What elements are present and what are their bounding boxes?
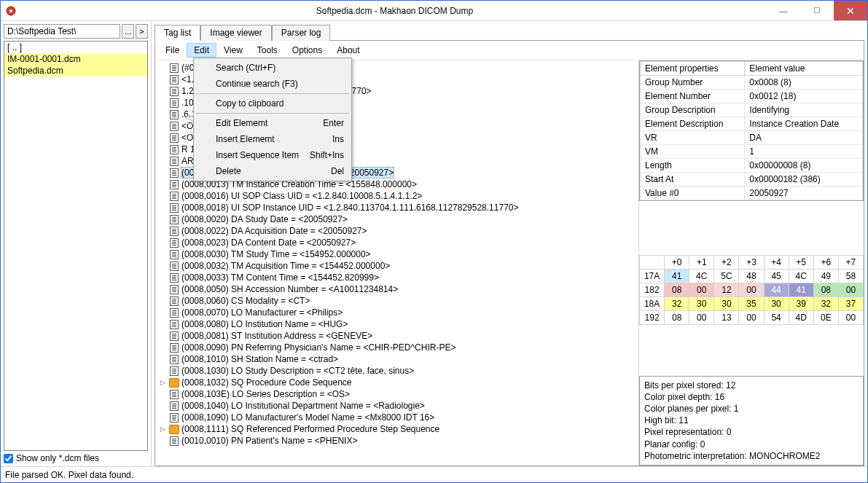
document-icon — [170, 366, 179, 376]
file-list[interactable]: [ .. ] IM-0001-0001.dcm Softpedia.dcm — [4, 41, 148, 451]
tree-row[interactable]: (0008,0081) ST Institution Address = <GE… — [155, 330, 638, 342]
tree-row[interactable]: (0008,0023) DA Content Date = <20050927> — [155, 237, 638, 248]
menubar: File Edit View Tools Options About Searc… — [155, 41, 864, 60]
minimize-button[interactable]: — — [767, 1, 800, 20]
hex-cell: 39 — [789, 297, 813, 310]
tree-row-text: (0008,0022) DA Acquisition Date = <20050… — [181, 226, 367, 236]
prop-cell: Instance Creation Date — [745, 117, 863, 131]
document-icon — [170, 436, 179, 446]
tree-row[interactable]: ▷(0008,1032) SQ Procedure Code Sequence — [155, 377, 638, 388]
tree-row[interactable]: (0008,0032) TM Acquisition Time = <15445… — [155, 260, 638, 272]
menu-tools[interactable]: Tools — [250, 43, 285, 58]
edit-menu-item[interactable]: Edit ElememtEnter — [195, 115, 350, 131]
hex-col-header: +1 — [689, 255, 714, 269]
info-line: Planar config: 0 — [644, 439, 859, 450]
app-icon — [5, 5, 17, 17]
hex-cell: 08 — [665, 310, 689, 324]
prop-cell: Identifying — [745, 103, 863, 117]
hex-col-header: +7 — [838, 255, 863, 269]
tree-row[interactable]: (0008,0090) PN Referring Physician's Nam… — [155, 342, 638, 353]
edit-menu-item[interactable]: Insert ElememtIns — [195, 131, 350, 147]
file-item[interactable]: Softpedia.dcm — [4, 65, 147, 76]
edit-menu-item[interactable]: DeleteDel — [195, 163, 350, 179]
prop-cell: 1 — [745, 145, 863, 159]
prop-cell: Element Description — [641, 117, 745, 131]
edit-menu-item[interactable]: Search (Ctrl+F) — [195, 60, 350, 76]
tab-bar: Tag list Image viewer Parser log — [155, 24, 864, 41]
edit-menu-item[interactable]: Insert Sequence ItemShift+Ins — [195, 147, 350, 163]
maximize-button[interactable]: ☐ — [800, 1, 834, 20]
prop-cell: 0x0008 (8) — [745, 76, 863, 90]
info-line: Color pixel depth: 16 — [644, 391, 859, 403]
tree-row-text: (0008,103E) LO Series Description = <OS> — [181, 389, 350, 399]
document-icon — [170, 227, 179, 236]
hex-cell: 44 — [764, 283, 789, 297]
tree-row[interactable]: (0008,1010) SH Station Name = <ctrad> — [155, 353, 638, 365]
right-panel: Element propertiesElement value Group Nu… — [638, 60, 864, 466]
hex-cell: 5C — [714, 269, 739, 283]
tab-tag-list[interactable]: Tag list — [155, 25, 200, 41]
file-item[interactable]: [ .. ] — [4, 42, 147, 53]
menu-options[interactable]: Options — [285, 43, 329, 58]
close-button[interactable]: ✕ — [834, 1, 867, 20]
app-window: Softpedia.dcm - Makhaon DICOM Dump — ☐ ✕… — [0, 0, 868, 483]
document-icon — [170, 308, 179, 318]
path-input[interactable] — [4, 24, 120, 39]
document-icon — [170, 401, 179, 411]
tree-row[interactable]: (0008,0080) LO Institution Name = <HUG> — [155, 318, 638, 330]
file-item[interactable]: IM-0001-0001.dcm — [4, 53, 147, 65]
document-icon — [170, 320, 179, 329]
tree-row[interactable]: (0008,1040) LO Institutional Department … — [155, 400, 638, 412]
hex-cell: 58 — [838, 269, 863, 283]
tree-row-text: (0008,0018) UI SOP Instance UID = <1.2.8… — [181, 203, 518, 213]
tree-row[interactable]: (0010,0010) PN Patient's Name = <PHENIX> — [155, 435, 638, 447]
hex-cell: 54 — [764, 310, 789, 324]
tree-row[interactable]: (0008,103E) LO Series Description = <OS> — [155, 388, 638, 400]
document-icon — [170, 262, 179, 271]
tree-row[interactable]: (0008,0020) DA Study Date = <20050927> — [155, 213, 638, 225]
edit-menu-item[interactable]: Continue search (F3) — [195, 76, 350, 92]
tree-row-text: (0008,0050) SH Accession Number = <A1001… — [181, 284, 398, 294]
menu-edit[interactable]: Edit — [187, 43, 216, 58]
document-icon — [170, 285, 179, 294]
sequence-icon — [169, 378, 179, 388]
tree-row[interactable]: (0008,0060) CS Modality = <CT> — [155, 295, 638, 307]
tree-row-text: (0008,1030) LO Study Description = <CT2 … — [181, 366, 414, 376]
prop-cell: Start At — [641, 173, 745, 186]
edit-menu-item[interactable]: Copy to clipboard — [195, 95, 350, 111]
tree-row-text: (0008,0032) TM Acquisition Time = <15445… — [181, 261, 390, 271]
tree-row[interactable]: (0008,0022) DA Acquisition Date = <20050… — [155, 225, 638, 237]
path-browse-button[interactable]: ... — [122, 24, 134, 39]
path-go-button[interactable]: > — [136, 24, 148, 39]
tree-row[interactable]: (0008,0030) TM Study Time = <154952.0000… — [155, 248, 638, 260]
tree-row[interactable]: (0008,0070) LO Manufacturer = <Philips> — [155, 307, 638, 318]
hex-col-header: +6 — [813, 255, 838, 269]
hex-cell: 45 — [764, 269, 789, 283]
menu-about[interactable]: About — [329, 43, 367, 58]
document-icon — [170, 87, 179, 96]
tree-row-text: (0008,1032) SQ Procedure Code Sequence — [181, 377, 352, 388]
tree-row[interactable]: (0008,1030) LO Study Description = <CT2 … — [155, 365, 638, 377]
tree-row-text: (0008,0020) DA Study Date = <20050927> — [181, 214, 348, 224]
info-line: High bit: 11 — [644, 415, 859, 426]
info-line: Bits per pixel stored: 12 — [644, 380, 859, 391]
tree-row[interactable]: (0008,0050) SH Accession Number = <A1001… — [155, 283, 638, 295]
tree-row-text: (0008,0023) DA Content Date = <20050927> — [181, 237, 356, 248]
tree-row[interactable]: (0008,0016) UI SOP Class UID = <1.2.840.… — [155, 190, 638, 202]
menu-file[interactable]: File — [158, 43, 187, 58]
hex-row-addr: 18A — [640, 297, 665, 310]
menu-view[interactable]: View — [216, 43, 250, 58]
tree-row[interactable]: (0008,0018) UI SOP Instance UID = <1.2.8… — [155, 202, 638, 213]
prop-cell: 0x0012 (18) — [745, 90, 863, 103]
tab-parser-log[interactable]: Parser log — [272, 25, 331, 41]
tab-image-viewer[interactable]: Image viewer — [200, 25, 271, 41]
document-icon — [170, 343, 179, 353]
hex-col-header: +4 — [764, 255, 789, 269]
hex-cell: 32 — [813, 297, 838, 310]
hex-row-addr: 192 — [640, 310, 665, 324]
tree-row[interactable]: (0008,1090) LO Manufacturer's Model Name… — [155, 412, 638, 423]
show-only-dcm-checkbox[interactable] — [4, 454, 13, 463]
hex-cell: 35 — [739, 297, 764, 310]
tree-row[interactable]: (0008,0033) TM Content Time = <154452.82… — [155, 272, 638, 283]
tree-row[interactable]: ▷(0008,1111) SQ Referenced Performed Pro… — [155, 423, 638, 435]
